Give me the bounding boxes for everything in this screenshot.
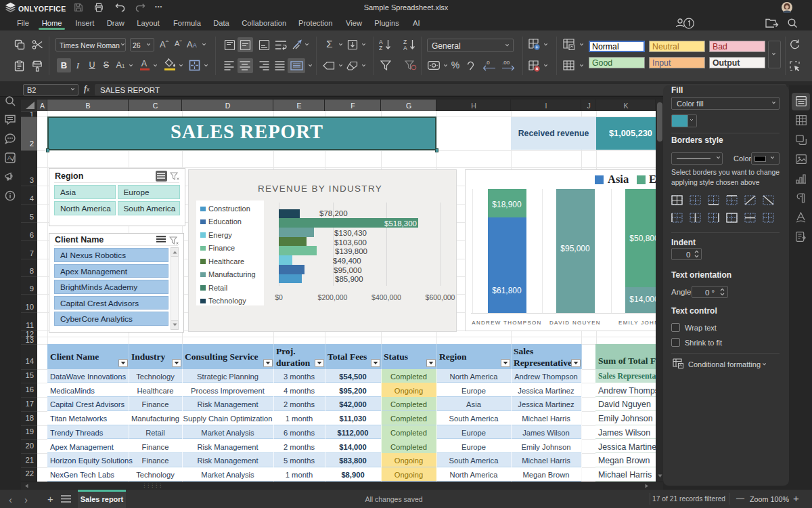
svg-text:A: A: [403, 45, 407, 51]
svg-text:Z: Z: [379, 45, 382, 51]
svg-text:.00: .00: [502, 60, 510, 66]
svg-text:A: A: [7, 154, 12, 161]
svg-text:.0: .0: [485, 60, 490, 66]
